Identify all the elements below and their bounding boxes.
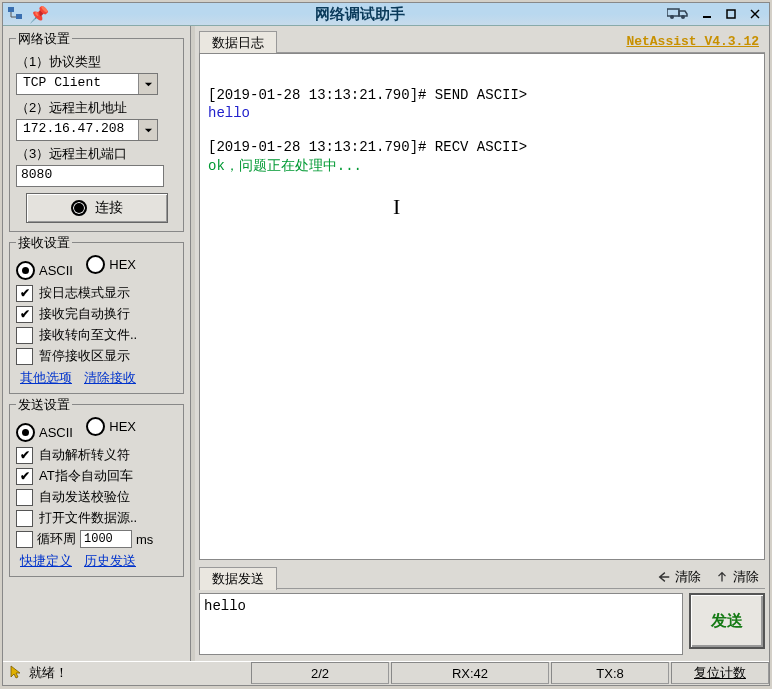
log-line: [2019-01-28 13:13:21.790]# SEND ASCII> xyxy=(208,87,527,103)
send-body: hello 发送 xyxy=(199,589,765,661)
ready-pointer-icon xyxy=(9,665,23,682)
undo-arrow-icon xyxy=(657,570,671,584)
svg-point-3 xyxy=(670,15,674,19)
truck-icon[interactable] xyxy=(667,6,689,23)
send-radio-ascii[interactable]: ASCII xyxy=(16,423,73,442)
recv-link-other[interactable]: 其他选项 xyxy=(20,369,72,387)
proto-label: （1）协议类型 xyxy=(16,53,177,71)
proto-value: TCP Client xyxy=(17,74,138,94)
send-header: 数据发送 清除 清除 xyxy=(199,566,765,589)
log-area[interactable]: [2019-01-28 13:13:21.790]# SEND ASCII> h… xyxy=(199,53,765,560)
connect-label: 连接 xyxy=(95,199,123,217)
tab-send[interactable]: 数据发送 xyxy=(199,567,277,590)
log-line-send: hello xyxy=(208,105,250,121)
host-label: （2）远程主机地址 xyxy=(16,99,177,117)
send-link-quick[interactable]: 快捷定义 xyxy=(20,552,72,570)
statusbar: 就绪！ 2/2 RX:42 TX:8 复位计数 xyxy=(3,661,769,684)
port-label: （3）远程主机端口 xyxy=(16,145,177,163)
log-line-recv: ok，问题正在处理中... xyxy=(208,158,362,174)
cycle-input[interactable] xyxy=(80,530,132,548)
group-network: 网络设置 （1）协议类型 TCP Client （2）远程主机地址 172.16… xyxy=(9,38,184,232)
titlebar[interactable]: 📌 网络调试助手 xyxy=(3,3,769,26)
status-ready: 就绪！ xyxy=(3,664,249,682)
connect-button[interactable]: 连接 xyxy=(26,193,168,223)
left-panel: 网络设置 （1）协议类型 TCP Client （2）远程主机地址 172.16… xyxy=(3,26,191,661)
pin-icon[interactable]: 📌 xyxy=(29,5,49,24)
status-tx: TX:8 xyxy=(551,662,669,684)
text-cursor-icon: I xyxy=(393,194,400,220)
svg-rect-6 xyxy=(727,10,735,18)
group-send: 发送设置 ASCII HEX 自动解析转义符 AT指令自动回车 自动发送校验位 … xyxy=(9,404,184,577)
send-link-history[interactable]: 历史发送 xyxy=(84,552,136,570)
clear-button-2[interactable]: 清除 xyxy=(715,568,759,586)
group-recv: 接收设置 ASCII HEX 按日志模式显示 接收完自动换行 接收转向至文件..… xyxy=(9,242,184,394)
tab-log[interactable]: 数据日志 xyxy=(199,31,277,54)
group-network-legend: 网络设置 xyxy=(16,30,72,48)
log-header: 数据日志 NetAssist V4.3.12 xyxy=(199,30,765,53)
svg-rect-2 xyxy=(667,9,679,16)
send-radio-hex[interactable]: HEX xyxy=(86,417,136,436)
chevron-down-icon[interactable] xyxy=(138,74,157,94)
recv-check-tofile[interactable]: 接收转向至文件.. xyxy=(16,326,177,344)
cycle-unit: ms xyxy=(136,532,153,547)
version-link[interactable]: NetAssist V4.3.12 xyxy=(626,34,759,49)
group-send-legend: 发送设置 xyxy=(16,396,72,414)
status-reset[interactable]: 复位计数 xyxy=(671,662,769,684)
send-check-escape[interactable]: 自动解析转义符 xyxy=(16,446,177,464)
up-arrow-icon xyxy=(715,570,729,584)
svg-point-4 xyxy=(681,15,685,19)
send-check-cycle[interactable] xyxy=(16,531,33,548)
send-check-checksum[interactable]: 自动发送校验位 xyxy=(16,488,177,506)
host-dropdown[interactable]: 172.16.47.208 xyxy=(16,119,158,141)
right-panel: 数据日志 NetAssist V4.3.12 [2019-01-28 13:13… xyxy=(195,26,769,661)
client-area: 网络设置 （1）协议类型 TCP Client （2）远程主机地址 172.16… xyxy=(3,26,769,661)
group-recv-legend: 接收设置 xyxy=(16,234,72,252)
svg-rect-1 xyxy=(16,14,22,19)
send-textarea[interactable]: hello xyxy=(199,593,683,655)
recv-check-autowrap[interactable]: 接收完自动换行 xyxy=(16,305,177,323)
port-input[interactable]: 8080 xyxy=(16,165,164,187)
minimize-button[interactable] xyxy=(697,6,717,22)
window-title: 网络调试助手 xyxy=(53,5,667,24)
svg-rect-0 xyxy=(8,7,14,12)
app-icon xyxy=(7,6,23,22)
maximize-button[interactable] xyxy=(721,6,741,22)
cycle-label: 循环周 xyxy=(37,530,76,548)
statusbar-wrap: 就绪！ 2/2 RX:42 TX:8 复位计数 xyxy=(3,661,769,685)
close-button[interactable] xyxy=(745,6,765,22)
recv-link-clear[interactable]: 清除接收 xyxy=(84,369,136,387)
app-window: 📌 网络调试助手 网络设置 （1）协议类型 TCP Client （2）远程主机… xyxy=(2,2,770,686)
log-line: [2019-01-28 13:13:21.790]# RECV ASCII> xyxy=(208,139,527,155)
send-cycle-row: 循环周 ms xyxy=(16,530,177,548)
status-ready-text: 就绪！ xyxy=(29,664,68,682)
chevron-down-icon[interactable] xyxy=(138,120,157,140)
send-check-opensrc[interactable]: 打开文件数据源.. xyxy=(16,509,177,527)
send-check-atreturn[interactable]: AT指令自动回车 xyxy=(16,467,177,485)
recv-radio-ascii[interactable]: ASCII xyxy=(16,261,73,280)
send-button[interactable]: 发送 xyxy=(689,593,765,649)
status-ratio: 2/2 xyxy=(251,662,389,684)
recv-check-logmode[interactable]: 按日志模式显示 xyxy=(16,284,177,302)
host-value: 172.16.47.208 xyxy=(17,120,138,140)
recv-radio-hex[interactable]: HEX xyxy=(86,255,136,274)
connect-dot-icon xyxy=(71,200,87,216)
proto-dropdown[interactable]: TCP Client xyxy=(16,73,158,95)
status-rx: RX:42 xyxy=(391,662,549,684)
clear-button-1[interactable]: 清除 xyxy=(657,568,701,586)
recv-check-pause[interactable]: 暂停接收区显示 xyxy=(16,347,177,365)
